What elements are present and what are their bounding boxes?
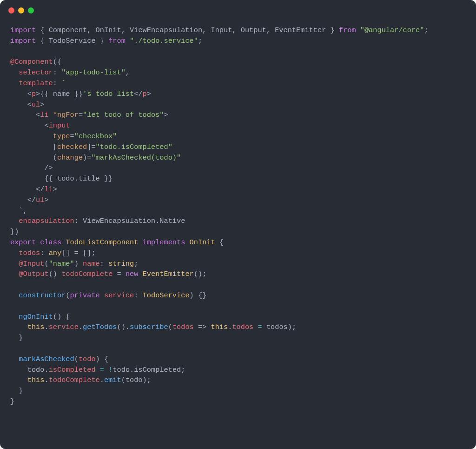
line-2: import { TodoService } from "./todo.serv…: [10, 37, 202, 45]
line-input-dec: @Input("name") name: string;: [10, 260, 138, 268]
line-encapsulation: encapsulation: ViewEncapsulation.Native: [10, 217, 185, 225]
line-ngoninit-close: }: [10, 334, 23, 342]
line-tpl-li-close: </li>: [10, 185, 57, 194]
line-tpl-selfclose: />: [10, 164, 53, 172]
line-markchecked-1: todo.isCompleted = !todo.isCompleted;: [10, 366, 185, 374]
line-tpl-input: <input: [10, 121, 70, 130]
line-ngoninit: ngOnInit() {: [10, 313, 70, 321]
line-constructor: constructor(private service: TodoService…: [10, 291, 206, 300]
zoom-icon[interactable]: [28, 7, 34, 13]
line-tpl-li-open: <li *ngFor="let todo of todos">: [10, 111, 168, 119]
minimize-icon[interactable]: [18, 7, 24, 13]
line-selector: selector: "app-todo-list",: [10, 68, 130, 77]
line-todos-prop: todos: any[] = [];: [10, 249, 96, 257]
line-tpl-p: <p>{{ name }}'s todo list</p>: [10, 90, 151, 98]
line-tpl-type: type="checkbox": [10, 132, 117, 141]
line-decorator: @Component({: [10, 58, 61, 66]
line-ngoninit-body: this.service.getTodos().subscribe(todos …: [10, 323, 296, 331]
line-output-dec: @Output() todoComplete = new EventEmitte…: [10, 270, 206, 278]
line-class-close: }: [10, 397, 14, 406]
line-markchecked-close: }: [10, 387, 23, 395]
line-decorator-close: }): [10, 228, 19, 236]
window-titlebar: [0, 0, 476, 20]
code-window: import { Component, OnInit, ViewEncapsul…: [0, 0, 476, 449]
code-editor[interactable]: import { Component, OnInit, ViewEncapsul…: [0, 20, 476, 417]
line-class-decl: export class TodoListComponent implement…: [10, 238, 224, 247]
line-1: import { Component, OnInit, ViewEncapsul…: [10, 26, 429, 34]
close-icon[interactable]: [8, 7, 14, 13]
line-tpl-checked: [checked]="todo.isCompleted": [10, 143, 172, 151]
line-tpl-ul-close: </ul>: [10, 196, 49, 204]
line-tpl-ul-open: <ul>: [10, 101, 44, 109]
line-tpl-change: (change)="markAsChecked(todo)": [10, 154, 181, 162]
line-tpl-title: {{ todo.title }}: [10, 174, 112, 183]
line-markchecked: markAsChecked(todo) {: [10, 355, 108, 363]
line-markchecked-2: this.todoComplete.emit(todo);: [10, 376, 151, 384]
line-template-end: `,: [10, 207, 27, 215]
line-template-key: template: `: [10, 79, 66, 87]
